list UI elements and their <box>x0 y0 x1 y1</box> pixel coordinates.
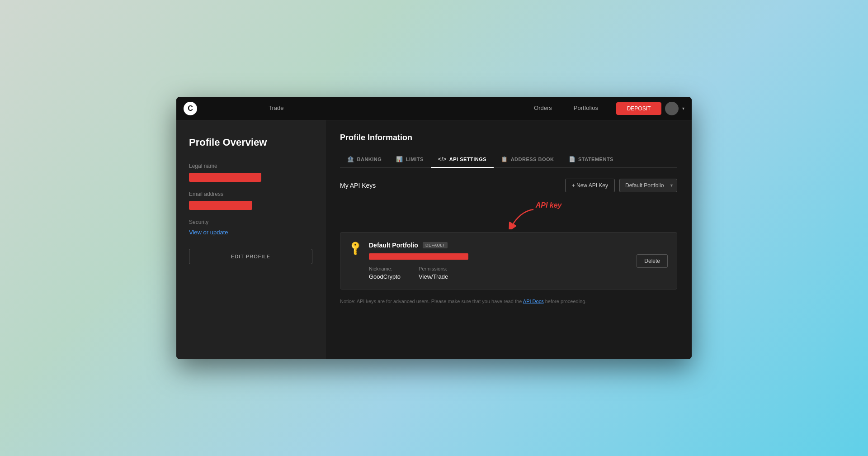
api-card-title: Default Portfolio <box>369 242 418 249</box>
delete-api-key-button[interactable]: Delete <box>637 254 668 268</box>
api-docs-link[interactable]: API Docs <box>523 299 544 304</box>
permissions-label: Permissions: <box>419 266 448 271</box>
statements-icon: 📄 <box>569 156 576 162</box>
default-badge: DEFAULT <box>423 242 448 248</box>
tab-statements[interactable]: 📄 STATEMENTS <box>561 152 621 168</box>
tab-limits-label: LIMITS <box>406 157 424 162</box>
api-notice: Notice: API keys are for advanced users.… <box>340 299 677 304</box>
limits-icon: 📊 <box>396 156 403 162</box>
app-window: C Trade Orders Portfolios DEPOSIT ▾ Prof… <box>176 97 692 359</box>
annotation-label: API key <box>536 201 562 209</box>
tab-banking[interactable]: 🏦 BANKING <box>340 152 389 168</box>
main-content: Profile Information 🏦 BANKING 📊 LIMITS <… <box>326 120 692 359</box>
navbar: C Trade Orders Portfolios DEPOSIT ▾ <box>176 97 692 120</box>
security-label: Security <box>189 219 312 225</box>
tabs-bar: 🏦 BANKING 📊 LIMITS </> API SETTINGS 📋 AD… <box>340 152 677 168</box>
security-section: Security View or update <box>189 219 312 236</box>
email-label: Email address <box>189 191 312 197</box>
email-field: Email address <box>189 191 312 210</box>
banking-icon: 🏦 <box>347 156 354 162</box>
notice-text-before: Notice: API keys are for advanced users.… <box>340 299 523 304</box>
tab-address-book[interactable]: 📋 ADDRESS BOOK <box>494 152 561 168</box>
portfolio-select[interactable]: Default Portfolio <box>619 179 677 192</box>
navbar-items: Trade Orders Portfolios <box>258 97 609 120</box>
api-header-actions: + New API Key Default Portfolio <box>565 179 677 192</box>
nav-portfolios[interactable]: Portfolios <box>563 97 609 120</box>
avatar[interactable] <box>665 102 679 115</box>
notice-text-after: before proceeding. <box>544 299 587 304</box>
navbar-right: DEPOSIT ▾ <box>609 102 692 115</box>
permissions-value: View/Trade <box>419 273 448 280</box>
edit-profile-button[interactable]: EDIT PROFILE <box>189 249 312 264</box>
permissions-field: Permissions: View/Trade <box>419 266 448 280</box>
legal-name-value-redacted <box>189 173 261 182</box>
api-card-body: Default Portfolio DEFAULT Nickname: Good… <box>369 242 668 280</box>
tab-api-settings[interactable]: </> API SETTINGS <box>431 152 494 168</box>
annotation-arrow <box>502 208 538 229</box>
logo-icon[interactable]: C <box>184 102 197 115</box>
nickname-label: Nickname: <box>369 266 401 271</box>
legal-name-label: Legal name <box>189 163 312 169</box>
sidebar: Profile Overview Legal name Email addres… <box>176 120 326 359</box>
address-icon: 📋 <box>501 156 508 162</box>
api-section-title: My API Keys <box>340 182 376 189</box>
tab-banking-label: BANKING <box>357 157 382 162</box>
view-update-link[interactable]: View or update <box>189 229 228 236</box>
api-card-container: API key 🔑 <box>340 201 677 290</box>
tab-statements-label: STATEMENTS <box>578 157 613 162</box>
main-title: Profile Information <box>340 133 677 142</box>
portfolio-select-wrapper: Default Portfolio <box>619 179 677 192</box>
api-key-value-redacted <box>369 253 468 260</box>
tab-address-book-label: ADDRESS BOOK <box>511 157 554 162</box>
legal-name-field: Legal name <box>189 163 312 182</box>
nickname-value: GoodCrypto <box>369 273 401 280</box>
api-key-card: 🔑 Default Portfolio DEFAULT Nickname: Go… <box>340 232 677 290</box>
email-value-redacted <box>189 201 252 210</box>
api-card-header: 🔑 Default Portfolio DEFAULT Nickname: Go… <box>349 242 668 280</box>
api-icon: </> <box>438 156 447 162</box>
nav-orders[interactable]: Orders <box>523 97 563 120</box>
nav-trade[interactable]: Trade <box>258 97 294 120</box>
new-api-key-button[interactable]: + New API Key <box>565 179 615 192</box>
deposit-button[interactable]: DEPOSIT <box>616 102 661 115</box>
tab-api-settings-label: API SETTINGS <box>449 157 486 162</box>
user-menu-chevron[interactable]: ▾ <box>682 106 684 111</box>
nickname-field: Nickname: GoodCrypto <box>369 266 401 280</box>
logo-area: C <box>176 102 258 115</box>
api-card-meta: Nickname: GoodCrypto Permissions: View/T… <box>369 266 668 280</box>
tab-limits[interactable]: 📊 LIMITS <box>389 152 431 168</box>
api-card-title-row: Default Portfolio DEFAULT <box>369 242 668 249</box>
sidebar-title: Profile Overview <box>189 137 312 148</box>
key-icon: 🔑 <box>347 240 364 256</box>
content-area: Profile Overview Legal name Email addres… <box>176 120 692 359</box>
api-section-header: My API Keys + New API Key Default Portfo… <box>340 179 677 192</box>
